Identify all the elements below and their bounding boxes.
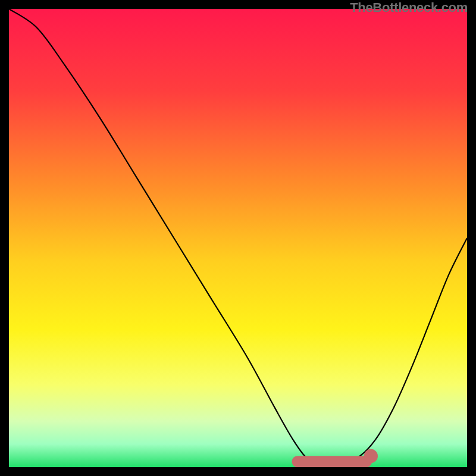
chart-frame: TheBottleneck.com xyxy=(0,0,476,476)
chart-canvas xyxy=(9,9,467,467)
svg-point-1 xyxy=(364,449,378,463)
plot-area xyxy=(9,9,467,467)
watermark-text: TheBottleneck.com xyxy=(350,0,468,15)
